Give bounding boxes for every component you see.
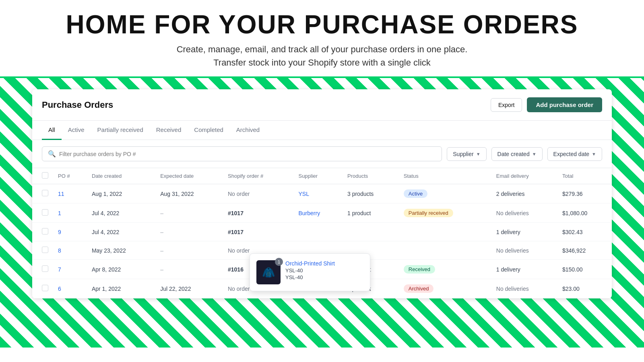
total-cell: $279.36 [557,184,612,204]
tab-received[interactable]: Received [150,121,188,140]
status-cell: Archived [399,279,491,298]
row-checkbox-4[interactable] [42,265,48,272]
banner: HOME FOR YOUR PURCHASE ORDERS Create, ma… [0,0,644,78]
po-link-7[interactable]: 7 [58,266,61,273]
supplier-cell: YSL [293,184,343,204]
po-link-9[interactable]: 9 [58,229,61,235]
total-cell: $1,080.00 [557,204,612,223]
filters-row: 🔍 Supplier ▼ Date created ▼ Expected dat… [32,140,612,168]
email-delivery-cell: No deliveries [491,204,557,223]
supplier-cell: Burberry [293,204,343,223]
po-link-6[interactable]: 6 [58,286,61,292]
tab-archived[interactable]: Archived [230,121,266,140]
col-shopify-order: Shopify order # [223,168,293,184]
email-delivery-cell: 1 delivery [491,260,557,279]
status-cell: Active [399,184,491,204]
select-all-checkbox[interactable] [42,172,48,179]
col-email-delivery: Email delivery [491,168,557,184]
row-checkbox-5[interactable] [42,285,48,291]
search-input[interactable] [59,151,436,157]
tooltip-product: 🧥 1 Orchid-Printed Shirt YSL-40 YSL-40 [256,260,363,284]
date-created-cell: May 23, 2022 [87,241,155,260]
date-created-cell: Apr 1, 2022 [87,279,155,298]
row-checkbox-3[interactable] [42,247,48,253]
status-badge: Active [404,189,427,198]
date-created-cell: Jul 4, 2022 [87,204,155,223]
date-created-cell: Aug 1, 2022 [87,184,155,204]
total-cell: $346,922 [557,241,612,260]
expected-date-cell: – [155,260,223,279]
col-supplier: Supplier [293,168,343,184]
search-icon: 🔍 [48,150,56,158]
row-checkbox-0[interactable] [42,190,48,196]
product-tooltip: 🧥 1 Orchid-Printed Shirt YSL-40 YSL-40 [250,253,370,291]
po-link-1[interactable]: 1 [58,210,61,216]
status-badge: Partially received [404,209,453,217]
date-created-filter-button[interactable]: Date created ▼ [491,147,543,161]
tab-completed[interactable]: Completed [188,121,230,140]
products-cell: 1 product [343,204,399,223]
product-variant-1: YSL-40 [285,267,335,274]
table-row: 11Aug 1, 2022Aug 31, 2022No orderYSL3 pr… [32,184,612,204]
expected-date-cell: – [155,223,223,241]
expected-date-filter-button[interactable]: Expected date ▼ [547,147,602,161]
header-actions: Export Add purchase order [491,97,602,112]
col-total: Total [557,168,612,184]
expected-date-cell: Aug 31, 2022 [155,184,223,204]
po-link-11[interactable]: 11 [58,191,64,197]
banner-subtitle: Create, manage, email, and track all of … [0,43,644,69]
product-info: Orchid-Printed Shirt YSL-40 YSL-40 [285,260,335,280]
tab-active[interactable]: Active [62,121,91,140]
search-box: 🔍 [42,146,442,161]
email-delivery-cell: No deliveries [491,241,557,260]
status-badge: Archived [404,284,434,293]
products-cell [343,223,399,241]
panel-title: Purchase Orders [42,100,113,110]
total-cell: $302.43 [557,223,612,241]
email-delivery-cell: 1 delivery [491,223,557,241]
export-button[interactable]: Export [491,98,522,112]
table-row: 1Jul 4, 2022–#1017Burberry1 productParti… [32,204,612,223]
supplier-chevron-icon: ▼ [476,152,481,156]
col-po: PO # [53,168,87,184]
row-checkbox-1[interactable] [42,209,48,216]
table-row: 9Jul 4, 2022–#10171 delivery$302.43 [32,223,612,241]
shopify-order-cell: #1017 [223,223,293,241]
expected-date-cell: – [155,204,223,223]
total-cell: $23.00 [557,279,612,298]
row-checkbox-2[interactable] [42,228,48,234]
product-image-wrap: 🧥 1 [256,260,281,284]
product-name: Orchid-Printed Shirt [285,260,335,267]
tabs: All Active Partially received Received C… [32,121,612,140]
total-cell: $150.00 [557,260,612,279]
status-badge: Received [404,265,435,274]
shopify-order-cell: #1017 [223,204,293,223]
status-cell [399,223,491,241]
add-purchase-order-button[interactable]: Add purchase order [527,97,602,112]
expected-date-chevron-icon: ▼ [592,152,596,156]
product-variant-2: YSL-40 [285,274,335,280]
shopify-order-cell: No order [223,184,293,204]
date-created-cell: Apr 8, 2022 [87,260,155,279]
date-created-chevron-icon: ▼ [532,152,537,156]
products-cell: 3 products [343,184,399,204]
email-delivery-cell: 2 deliveries [491,184,557,204]
tab-all[interactable]: All [42,121,62,140]
status-cell [399,241,491,260]
main-wrapper: Purchase Orders Export Add purchase orde… [0,78,644,348]
tab-partially-received[interactable]: Partially received [91,121,150,140]
date-created-cell: Jul 4, 2022 [87,223,155,241]
supplier-link[interactable]: Burberry [298,210,320,216]
col-products: Products [343,168,399,184]
banner-title: HOME FOR YOUR PURCHASE ORDERS [0,10,644,39]
supplier-filter-button[interactable]: Supplier ▼ [447,147,486,161]
col-date-created: Date created [87,168,155,184]
supplier-link[interactable]: YSL [298,191,309,197]
product-badge: 1 [275,258,283,266]
expected-date-cell: – [155,241,223,260]
po-link-8[interactable]: 8 [58,247,61,254]
col-expected-date: Expected date [155,168,223,184]
email-delivery-cell: No deliveries [491,279,557,298]
supplier-cell [293,223,343,241]
status-cell: Received [399,260,491,279]
